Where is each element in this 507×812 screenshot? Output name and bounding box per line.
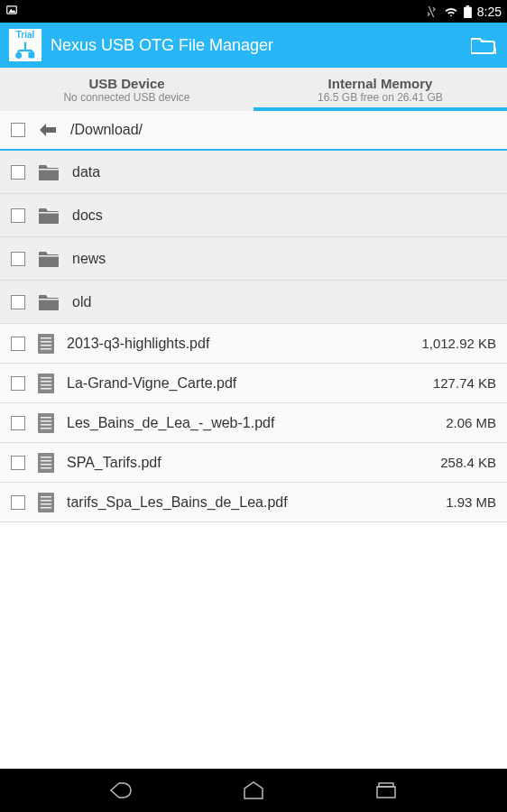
- list-item[interactable]: La-Grand-Vigne_Carte.pdf127.74 KB: [0, 364, 507, 403]
- svg-rect-24: [41, 388, 51, 390]
- item-checkbox[interactable]: [11, 416, 25, 430]
- nav-home-button[interactable]: [238, 779, 269, 802]
- list-item[interactable]: Les_Bains_de_Lea_-_web-1.pdf2.06 MB: [0, 403, 507, 443]
- svg-rect-40: [377, 787, 395, 798]
- file-icon: [38, 374, 54, 393]
- battery-icon: [464, 5, 472, 18]
- up-directory-button[interactable]: [38, 122, 58, 138]
- svg-rect-39: [41, 507, 51, 509]
- svg-rect-2: [464, 6, 472, 17]
- item-size: 258.4 KB: [440, 455, 496, 470]
- file-icon: [38, 334, 54, 354]
- item-name: tarifs_Spa_Les_Bains_de_Lea.pdf: [67, 494, 433, 511]
- svg-rect-35: [38, 493, 54, 512]
- svg-rect-23: [41, 384, 51, 386]
- svg-point-6: [16, 53, 21, 58]
- folder-icon: [38, 293, 60, 311]
- svg-rect-18: [41, 345, 51, 346]
- list-item[interactable]: data: [0, 151, 507, 194]
- svg-rect-15: [38, 334, 54, 354]
- svg-rect-16: [41, 337, 51, 339]
- list-item[interactable]: 2013-q3-highlights.pdf1,012.92 KB: [0, 324, 507, 364]
- svg-rect-41: [379, 783, 393, 787]
- svg-rect-14: [39, 299, 59, 300]
- svg-rect-3: [466, 5, 470, 7]
- folder-icon: [38, 207, 60, 225]
- new-folder-button[interactable]: +: [469, 31, 498, 60]
- item-name: old: [72, 294, 496, 310]
- svg-rect-29: [41, 428, 51, 429]
- tab-usb-device[interactable]: USB Device No connected USB device: [0, 68, 254, 111]
- file-icon: [38, 493, 54, 512]
- svg-rect-38: [41, 503, 51, 505]
- list-item[interactable]: SPA_Tarifs.pdf258.4 KB: [0, 443, 507, 483]
- folder-icon: [38, 163, 60, 181]
- item-size: 2.06 MB: [446, 415, 496, 430]
- item-name: SPA_Tarifs.pdf: [67, 455, 428, 471]
- svg-rect-34: [41, 467, 51, 469]
- current-path: /Download/: [70, 122, 143, 138]
- app-logo: Trial: [9, 29, 41, 61]
- item-name: La-Grand-Vigne_Carte.pdf: [67, 375, 420, 392]
- status-bar: 8:25: [0, 0, 507, 23]
- app-title: Nexus USB OTG File Manager: [51, 36, 469, 55]
- status-time: 8:25: [477, 5, 502, 19]
- svg-rect-20: [38, 374, 54, 393]
- svg-rect-21: [41, 377, 51, 379]
- svg-rect-19: [41, 348, 51, 350]
- svg-rect-25: [38, 413, 54, 433]
- item-checkbox[interactable]: [11, 376, 25, 391]
- svg-rect-17: [41, 341, 51, 343]
- svg-rect-33: [41, 464, 51, 466]
- vibrate-icon: [424, 5, 438, 19]
- item-checkbox[interactable]: [11, 165, 25, 180]
- list-item[interactable]: news: [0, 237, 507, 281]
- select-all-checkbox[interactable]: [11, 123, 25, 137]
- android-nav-bar: [0, 769, 507, 812]
- file-icon: [38, 413, 54, 433]
- item-size: 127.74 KB: [433, 375, 496, 391]
- svg-rect-30: [38, 453, 54, 473]
- item-checkbox[interactable]: [11, 252, 25, 266]
- svg-rect-27: [41, 420, 51, 422]
- svg-rect-26: [41, 417, 51, 419]
- svg-rect-11: [39, 169, 59, 171]
- file-icon: [38, 453, 54, 473]
- svg-rect-37: [41, 500, 51, 502]
- item-name: Les_Bains_de_Lea_-_web-1.pdf: [67, 415, 433, 431]
- svg-rect-13: [39, 255, 59, 257]
- item-checkbox[interactable]: [11, 208, 25, 223]
- app-bar: Trial Nexus USB OTG File Manager +: [0, 23, 507, 68]
- list-item[interactable]: docs: [0, 194, 507, 237]
- item-checkbox[interactable]: [11, 495, 25, 510]
- item-name: data: [72, 164, 496, 180]
- item-name: 2013-q3-highlights.pdf: [67, 336, 409, 352]
- item-checkbox[interactable]: [11, 295, 25, 309]
- svg-text:+: +: [493, 45, 496, 55]
- nav-back-button[interactable]: [106, 779, 136, 802]
- item-checkbox[interactable]: [11, 337, 25, 351]
- svg-rect-12: [39, 212, 59, 214]
- svg-marker-1: [9, 9, 16, 13]
- svg-rect-31: [41, 457, 51, 458]
- nav-recent-button[interactable]: [371, 779, 401, 802]
- list-item[interactable]: old: [0, 281, 507, 324]
- image-notification-icon: [5, 4, 18, 19]
- storage-tabs: USB Device No connected USB device Inter…: [0, 68, 507, 111]
- svg-rect-28: [41, 424, 51, 426]
- item-size: 1,012.92 KB: [421, 336, 496, 351]
- svg-rect-22: [41, 381, 51, 383]
- path-row: /Download/: [0, 111, 507, 151]
- svg-rect-32: [41, 460, 51, 462]
- item-size: 1.93 MB: [446, 494, 496, 510]
- tab-internal-memory[interactable]: Internal Memory 16.5 GB free on 26.41 GB: [254, 68, 507, 111]
- file-list: datadocsnewsold2013-q3-highlights.pdf1,0…: [0, 151, 507, 522]
- item-name: docs: [72, 208, 496, 224]
- list-item[interactable]: tarifs_Spa_Les_Bains_de_Lea.pdf1.93 MB: [0, 483, 507, 522]
- folder-icon: [38, 250, 60, 268]
- item-checkbox[interactable]: [11, 456, 25, 470]
- svg-rect-36: [41, 496, 51, 498]
- wifi-icon: [444, 5, 458, 18]
- item-name: news: [72, 251, 496, 267]
